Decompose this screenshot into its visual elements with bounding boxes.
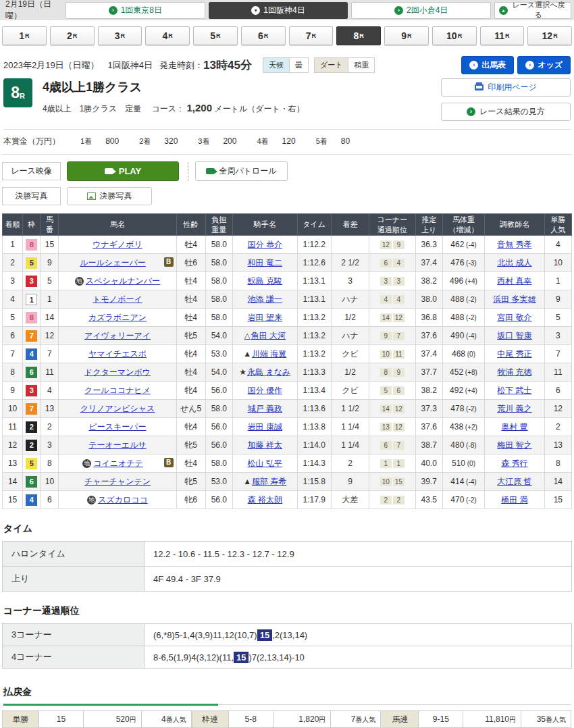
corner-position-box: 12 <box>393 405 405 413</box>
chevron-circle-icon <box>469 61 478 70</box>
race-tab-9r[interactable]: 9R <box>384 26 429 45</box>
horse-name-link[interactable]: ピースキーパー <box>88 422 146 432</box>
meeting-tab[interactable]: 2回小倉4日 <box>351 2 491 19</box>
frame-number-box: 4 <box>26 494 37 506</box>
carried-weight: 56.0 <box>205 382 232 400</box>
horse-number: 13 <box>41 400 59 418</box>
horse-name-link[interactable]: コイニオチテ <box>93 459 143 468</box>
payout-amount-unit: 円 <box>509 716 516 723</box>
trainer-name-link[interactable]: 牧浦 充徳 <box>497 367 531 377</box>
trainer-name-link[interactable]: 森 秀行 <box>501 459 527 468</box>
jockey-name-link[interactable]: 国分 恭介 <box>248 240 282 249</box>
trainer-name-link[interactable]: 西村 真幸 <box>497 276 531 286</box>
result-guide-button[interactable]: レース結果の見方 <box>441 103 571 121</box>
entries-button[interactable]: 出馬表 <box>461 56 514 74</box>
jockey-name-link[interactable]: 城戸 義政 <box>248 404 282 413</box>
trainer-name-link[interactable]: 橋田 満 <box>501 495 527 504</box>
horse-name-link[interactable]: チャーチャンテン <box>84 477 151 486</box>
jockey-name-link[interactable]: 松山 弘平 <box>248 459 282 468</box>
race-tab-5r[interactable]: 5R <box>193 26 238 45</box>
horse-name-cell: ヤマイチエスポ <box>59 345 176 363</box>
horse-name-link[interactable]: ウナギノボリ <box>93 240 142 249</box>
body-weight-diff: (-2) <box>464 405 476 413</box>
result-row: 10713クリノアンビシャスせん558.0城戸 義政1:13.61 1/2141… <box>3 400 572 418</box>
horse-name-link[interactable]: クールココナヒメ <box>84 386 151 395</box>
race-tab-1r[interactable]: 1R <box>2 26 47 45</box>
finish-photo-button[interactable]: 決勝写真 <box>67 187 152 205</box>
body-weight-value: 478 <box>450 404 464 413</box>
trainer-name-link[interactable]: 坂口 智康 <box>497 331 531 340</box>
meeting-tabs: 1回東京8日1回阪神4日2回小倉4日 <box>66 2 491 19</box>
corner-position-box: 6 <box>393 386 405 395</box>
horse-name-link[interactable]: ドクターマンボウ <box>84 367 151 377</box>
trainer-name-link[interactable]: 奥村 豊 <box>501 422 527 432</box>
horse-name-link[interactable]: スズカロココ <box>98 495 148 504</box>
body-weight: 462 (-4) <box>442 236 484 254</box>
jockey-name-link[interactable]: 服部 寿希 <box>252 477 286 486</box>
jockey-name-link[interactable]: 角田 大河 <box>251 331 286 340</box>
race-tab-12r[interactable]: 12R <box>527 26 572 45</box>
horse-name-link[interactable]: スペシャルナンバー <box>86 276 160 286</box>
play-button[interactable]: PLAY <box>67 161 179 181</box>
sex-age: 牡4 <box>176 290 205 309</box>
location-pin-icon <box>251 6 260 15</box>
payout-combination: 9-15 <box>419 711 463 728</box>
trainer-name-link[interactable]: 浜田 多実雄 <box>493 294 536 304</box>
print-page-button[interactable]: 印刷用ページ <box>441 78 571 97</box>
jockey-name-link[interactable]: 永島 まなみ <box>247 367 290 377</box>
jockey-name-link[interactable]: 森 裕太朗 <box>248 495 282 504</box>
horse-name-link[interactable]: クリノアンビシャス <box>80 404 155 413</box>
race-tab-suffix: R <box>505 32 510 39</box>
race-tab-2r[interactable]: 2R <box>50 26 95 45</box>
time-row-label: ハロンタイム <box>3 542 145 567</box>
trainer-name-link[interactable]: 荒川 義之 <box>497 404 531 413</box>
patrol-video-button[interactable]: 全周パトロール <box>195 161 288 181</box>
corner-positions: 1011 <box>369 345 415 363</box>
horse-name-link[interactable]: ヤマイチエスポ <box>88 349 147 359</box>
chevron-circle-icon <box>467 107 475 116</box>
course-label: コース： <box>152 104 185 113</box>
trainer-name-link[interactable]: 大江原 哲 <box>497 477 531 486</box>
horse-name-link[interactable]: トモノボーイ <box>93 294 142 304</box>
trainer-name-link[interactable]: 中尾 秀正 <box>497 349 531 359</box>
meeting-tab[interactable]: 1回東京8日 <box>66 2 205 19</box>
horse-name-link[interactable]: テーオーエルサ <box>88 440 146 450</box>
jockey-name-link[interactable]: 池添 謙一 <box>248 294 282 304</box>
jockey-name-link[interactable]: 国分 優作 <box>248 386 282 395</box>
horse-name-link[interactable]: ルールシェーバー <box>80 258 145 267</box>
jockey-name-link[interactable]: 岩田 望来 <box>248 313 282 322</box>
horse-name-link[interactable]: アイヴォリーアイ <box>84 331 151 340</box>
trainer-name-link[interactable]: 宮田 敬介 <box>497 313 531 322</box>
meeting-tab[interactable]: 1回阪神4日 <box>209 2 348 19</box>
trainer-name-link[interactable]: 音無 秀孝 <box>497 240 531 249</box>
jockey-name-link[interactable]: 鮫島 克駿 <box>248 276 282 286</box>
horse-name-link[interactable]: カズラボニアン <box>88 313 147 322</box>
back-to-race-select-button[interactable]: レース選択へ戻る <box>494 2 571 19</box>
race-tab-6r[interactable]: 6R <box>241 26 286 45</box>
trainer-name-link[interactable]: 梅田 智之 <box>497 440 531 450</box>
jockey-cell: ★永島 まなみ <box>232 363 297 382</box>
trainer-name-link[interactable]: 北出 成人 <box>497 258 531 267</box>
jockey-name-link[interactable]: 岩田 康誠 <box>248 422 282 432</box>
race-tab-3r[interactable]: 3R <box>98 26 142 45</box>
result-row: 1815ウナギノボリ牡458.0国分 恭介1:12.212936.3462 (-… <box>3 236 572 254</box>
jockey-name-link[interactable]: 加藤 祥太 <box>248 440 282 450</box>
finish-position: 14 <box>3 473 23 491</box>
race-tab-8r[interactable]: 8R <box>336 26 381 45</box>
trainer-name-link[interactable]: 松下 武士 <box>497 386 531 395</box>
body-weight-value: 488 <box>450 313 464 322</box>
jockey-name-link[interactable]: 川端 海翼 <box>252 349 286 359</box>
column-header: 性齢 <box>176 214 205 236</box>
race-tab-7r[interactable]: 7R <box>289 26 334 45</box>
race-info-row: 2023年2月19日（日曜） 1回阪神4日 発走時刻： 13時45分 天候 曇 … <box>3 56 571 74</box>
horse-number: 6 <box>41 491 59 509</box>
race-tab-11r[interactable]: 11R <box>480 26 525 45</box>
prize-item: 5着80 <box>316 136 350 146</box>
race-tab-4r[interactable]: 4R <box>145 26 190 45</box>
result-row: 8611ドクターマンボウ牡454.0★永島 まなみ1:13.31/28937.7… <box>3 363 572 382</box>
top-bar: 2月19日（日曜） 1回東京8日1回阪神4日2回小倉4日 レース選択へ戻る <box>0 0 574 20</box>
jockey-name-link[interactable]: 和田 竜二 <box>248 258 282 267</box>
race-tab-10r[interactable]: 10R <box>432 26 477 45</box>
odds-button[interactable]: オッズ <box>517 56 571 74</box>
body-weight-value: 414 <box>450 477 464 486</box>
